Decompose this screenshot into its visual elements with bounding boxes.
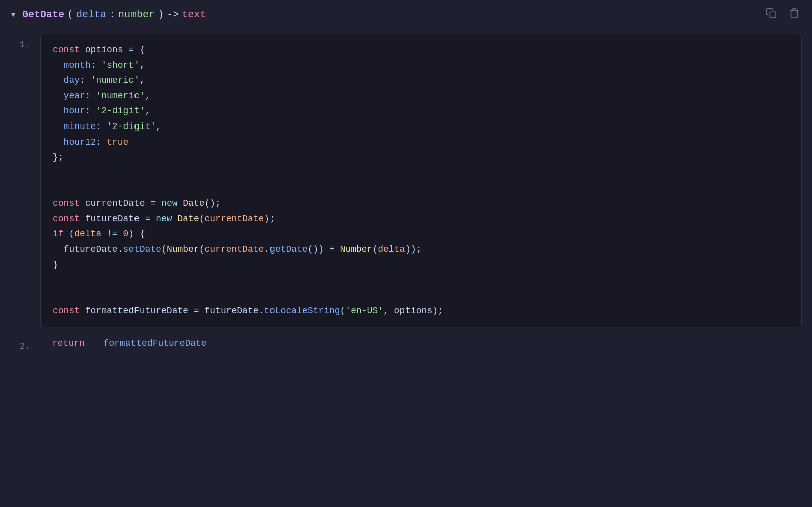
code-line: const options = { [53, 42, 789, 58]
function-header: ▾ GetDate ( delta : number ) -> text [0, 0, 812, 29]
empty-line [53, 180, 789, 196]
param-type: number [118, 9, 155, 20]
function-name: GetDate [22, 9, 64, 20]
header-actions [764, 6, 802, 23]
spacer [89, 338, 100, 348]
svg-rect-0 [770, 12, 776, 18]
return-value: formattedFutureDate [103, 338, 206, 348]
code-editor-1[interactable]: const options = { month: 'short', day: '… [40, 34, 802, 327]
code-line: hour: '2-digit', [53, 103, 789, 119]
return-type: text [182, 9, 206, 20]
line-number-1: 1. [0, 34, 40, 327]
delete-button[interactable] [787, 6, 802, 23]
code-line: futureDate.setDate(Number(currentDate.ge… [53, 242, 789, 258]
code-block-2: 2. return formattedFutureDate [0, 332, 812, 356]
return-keyword: return [52, 338, 85, 348]
code-line: const currentDate = new Date(); [53, 196, 789, 211]
param-name: delta [76, 9, 106, 20]
empty-line [53, 165, 789, 181]
colon: : [109, 9, 115, 20]
function-signature: GetDate ( delta : number ) -> text [22, 9, 758, 20]
code-line: day: 'numeric', [53, 73, 789, 88]
code-line: const futureDate = new Date(currentDate)… [53, 211, 789, 227]
code-line: minute: '2-digit', [53, 119, 789, 135]
code-line: month: 'short', [53, 58, 789, 73]
empty-line [53, 273, 789, 288]
code-line: if (delta != 0) { [53, 226, 789, 242]
chevron-down-icon[interactable]: ▾ [10, 8, 16, 21]
return-statement: return formattedFutureDate [40, 335, 207, 351]
empty-line [53, 288, 789, 304]
open-paren: ( [67, 9, 73, 20]
code-line: year: 'numeric', [53, 88, 789, 104]
copy-button[interactable] [764, 6, 779, 23]
code-line: hour12: true [53, 135, 789, 150]
line-number-2: 2. [0, 335, 40, 351]
arrow: -> [167, 9, 179, 20]
code-line: } [53, 257, 789, 273]
code-block-1: 1. const options = { month: 'short', day… [0, 29, 812, 332]
code-content: 1. const options = { month: 'short', day… [0, 29, 812, 366]
code-line: }; [53, 150, 789, 165]
code-line: const formattedFutureDate = futureDate.t… [53, 303, 789, 319]
close-paren: ) [158, 9, 164, 20]
